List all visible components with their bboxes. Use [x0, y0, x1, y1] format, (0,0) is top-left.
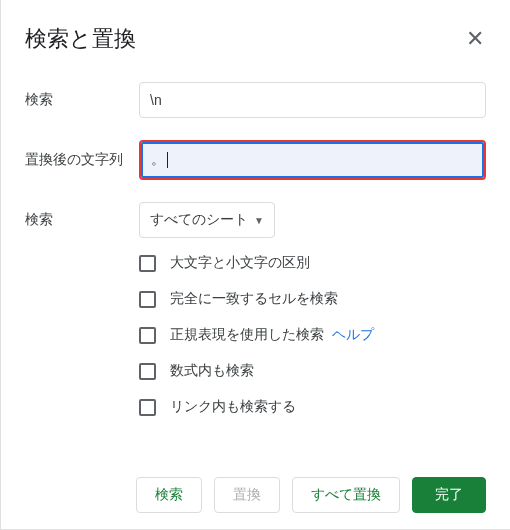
- replace-input[interactable]: 。: [139, 140, 486, 180]
- replace-value: 。: [151, 151, 165, 169]
- regex-help-link[interactable]: ヘルプ: [332, 326, 374, 342]
- label-links: リンク内も検索する: [170, 398, 296, 416]
- replace-row: 置換後の文字列 。: [25, 140, 486, 180]
- close-icon[interactable]: ✕: [464, 26, 486, 52]
- option-links[interactable]: リンク内も検索する: [139, 398, 486, 416]
- scope-label: 検索: [25, 211, 139, 229]
- option-match-case[interactable]: 大文字と小文字の区別: [139, 254, 486, 272]
- checkbox-links[interactable]: [139, 399, 156, 416]
- search-row: 検索: [25, 82, 486, 118]
- search-input[interactable]: [139, 82, 486, 118]
- label-match-case: 大文字と小文字の区別: [170, 254, 310, 272]
- replace-button[interactable]: 置換: [214, 477, 280, 513]
- checkbox-match-case[interactable]: [139, 255, 156, 272]
- option-formulas[interactable]: 数式内も検索: [139, 362, 486, 380]
- replace-all-button[interactable]: すべて置換: [292, 477, 400, 513]
- dialog-footer: 検索 置換 すべて置換 完了: [136, 477, 486, 513]
- label-formulas: 数式内も検索: [170, 362, 254, 380]
- done-button[interactable]: 完了: [412, 477, 486, 513]
- regex-text: 正規表現を使用した検索: [170, 326, 324, 342]
- option-entire-cell[interactable]: 完全に一致するセルを検索: [139, 290, 486, 308]
- scope-selected: すべてのシート: [150, 211, 248, 229]
- checkbox-formulas[interactable]: [139, 363, 156, 380]
- find-replace-dialog: 検索と置換 ✕ 検索 置換後の文字列 。 検索 すべてのシート ▼ 大文字と小文…: [0, 0, 510, 530]
- option-regex[interactable]: 正規表現を使用した検索 ヘルプ: [139, 326, 486, 344]
- options-section: 大文字と小文字の区別 完全に一致するセルを検索 正規表現を使用した検索 ヘルプ …: [139, 254, 486, 416]
- checkbox-entire-cell[interactable]: [139, 291, 156, 308]
- dialog-header: 検索と置換 ✕: [25, 24, 486, 54]
- chevron-down-icon: ▼: [254, 215, 264, 226]
- scope-row: 検索 すべてのシート ▼: [25, 202, 486, 238]
- label-regex: 正規表現を使用した検索 ヘルプ: [170, 326, 374, 344]
- label-entire-cell: 完全に一致するセルを検索: [170, 290, 338, 308]
- search-label: 検索: [25, 91, 139, 109]
- find-button[interactable]: 検索: [136, 477, 202, 513]
- dialog-title: 検索と置換: [25, 24, 136, 54]
- checkbox-regex[interactable]: [139, 327, 156, 344]
- replace-label: 置換後の文字列: [25, 151, 139, 169]
- scope-select[interactable]: すべてのシート ▼: [139, 202, 275, 238]
- text-cursor: [167, 152, 168, 168]
